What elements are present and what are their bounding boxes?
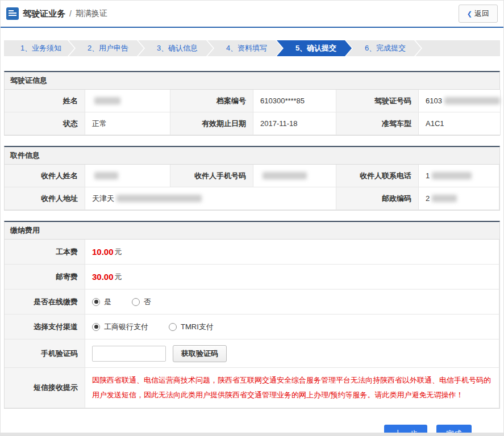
pickup-section-title: 取件信息 [4, 146, 500, 165]
license-table: 姓名 档案编号 610300****85 驾驶证号码 6103 状态 正常 有效… [4, 90, 500, 136]
step-3-confirm-info[interactable]: 3、确认信息 [138, 40, 213, 56]
radio-label: 是 [104, 297, 111, 307]
radio-channel-icbc[interactable]: 工商银行支付 [92, 322, 148, 332]
name-label: 姓名 [5, 90, 85, 112]
redacted-value [444, 97, 500, 104]
radio-icon [132, 298, 140, 306]
recipient-name-label: 收件人姓名 [5, 165, 85, 187]
radio-label: 工商银行支付 [104, 322, 148, 332]
status-label: 状态 [5, 112, 85, 135]
file-number-label: 档案编号 [170, 90, 253, 112]
redacted-value [432, 195, 457, 202]
license-section-title: 驾驶证信息 [4, 71, 500, 90]
vehicle-class-value: A1C1 [419, 112, 501, 135]
sms-tip-label: 短信接收提示 [5, 368, 85, 408]
business-doc-icon [6, 7, 19, 20]
recipient-phone-label: 收件人联系电话 [336, 165, 419, 187]
breadcrumb-page: 期满换证 [76, 9, 107, 19]
bottom-divider [1, 433, 503, 435]
page: 驾驶证业务 / 期满换证 ❮ 返回 1、业务须知 2、用户申告 3、确认信息 4… [0, 0, 504, 436]
recipient-mobile-value [253, 165, 336, 187]
breadcrumb-business: 驾驶证业务 [23, 9, 65, 19]
recipient-address-value: 天津天 [85, 187, 336, 210]
radio-channel-tmri[interactable]: TMRI支付 [169, 322, 214, 332]
pickup-info-section: 取件信息 收件人姓名 收件人手机号码 收件人联系电话 1 收件人地址 天津天 邮… [4, 146, 500, 211]
fees-section: 缴纳费用 工本费 10.00 元 邮寄费 30.00 元 是否在线缴费 是 [4, 221, 500, 409]
radio-online-yes[interactable]: 是 [92, 297, 111, 307]
redacted-value [432, 172, 472, 179]
license-number-value: 6103 [419, 90, 501, 112]
radio-label: 否 [144, 297, 151, 307]
file-number-value: 610300****85 [253, 90, 336, 112]
step-5-confirm-submit[interactable]: 5、确认提交 [277, 40, 352, 56]
step-wizard: 1、业务须知 2、用户申告 3、确认信息 4、资料填写 5、确认提交 6、完成提… [4, 40, 500, 56]
zip-code-value: 2 [419, 187, 499, 210]
sms-code-label: 手机验证码 [5, 339, 85, 368]
license-number-label: 驾驶证号码 [336, 90, 419, 112]
recipient-address-label: 收件人地址 [5, 187, 85, 210]
expiry-date-label: 有效期止日期 [170, 112, 253, 135]
sms-code-row: 获取验证码 [85, 339, 499, 368]
breadcrumb-separator: / [69, 9, 72, 18]
step-1-notice[interactable]: 1、业务须知 [4, 40, 74, 56]
expiry-date-value: 2017-11-18 [253, 112, 336, 135]
back-button[interactable]: ❮ 返回 [459, 5, 498, 23]
fees-section-title: 缴纳费用 [4, 221, 500, 240]
name-value [85, 90, 170, 112]
radio-icon [169, 323, 177, 331]
get-sms-code-button[interactable]: 获取验证码 [173, 345, 227, 362]
back-arrow-icon: ❮ [467, 10, 472, 18]
sms-code-input[interactable] [92, 346, 166, 362]
radio-label: TMRI支付 [181, 322, 214, 332]
redacted-value [94, 172, 118, 179]
radio-icon [92, 298, 100, 306]
page-header: 驾驶证业务 / 期满换证 ❮ 返回 [1, 1, 503, 28]
step-bar-filler [415, 40, 500, 56]
vehicle-class-label: 准驾车型 [336, 112, 419, 135]
redacted-value [116, 195, 202, 202]
online-pay-label: 是否在线缴费 [5, 290, 85, 315]
sms-tip-text: 因陕西省联通、电信运营商技术问题，陕西省互联网交通安全综合服务管理平台无法向持陕… [85, 368, 499, 408]
recipient-name-value [85, 165, 170, 187]
step-6-done[interactable]: 6、完成提交 [346, 40, 421, 56]
fees-table: 工本费 10.00 元 邮寄费 30.00 元 是否在线缴费 是 否 [4, 240, 500, 409]
recipient-phone-value: 1 [419, 165, 499, 187]
pay-channel-label: 选择支付渠道 [5, 315, 85, 339]
online-pay-options: 是 否 [85, 290, 499, 315]
radio-online-no[interactable]: 否 [132, 297, 151, 307]
redacted-value [94, 97, 120, 104]
zip-code-label: 邮政编码 [336, 187, 419, 210]
step-4-fill-data[interactable]: 4、资料填写 [207, 40, 282, 56]
pickup-table: 收件人姓名 收件人手机号码 收件人联系电话 1 收件人地址 天津天 邮政编码 2 [4, 165, 500, 211]
status-value: 正常 [85, 112, 170, 135]
recipient-mobile-label: 收件人手机号码 [170, 165, 253, 187]
step-2-declare[interactable]: 2、用户申告 [69, 40, 144, 56]
cost-fee-label: 工本费 [5, 240, 85, 265]
postage-fee-label: 邮寄费 [5, 265, 85, 290]
postage-fee-value: 30.00 元 [85, 265, 499, 290]
cost-fee-value: 10.00 元 [85, 240, 499, 265]
breadcrumb: 驾驶证业务 / 期满换证 [6, 7, 107, 20]
pay-channel-options: 工商银行支付 TMRI支付 [85, 315, 499, 339]
back-label: 返回 [474, 9, 489, 19]
license-info-section: 驾驶证信息 姓名 档案编号 610300****85 驾驶证号码 6103 状态… [4, 71, 500, 136]
redacted-value [263, 172, 307, 179]
radio-icon [92, 323, 100, 331]
